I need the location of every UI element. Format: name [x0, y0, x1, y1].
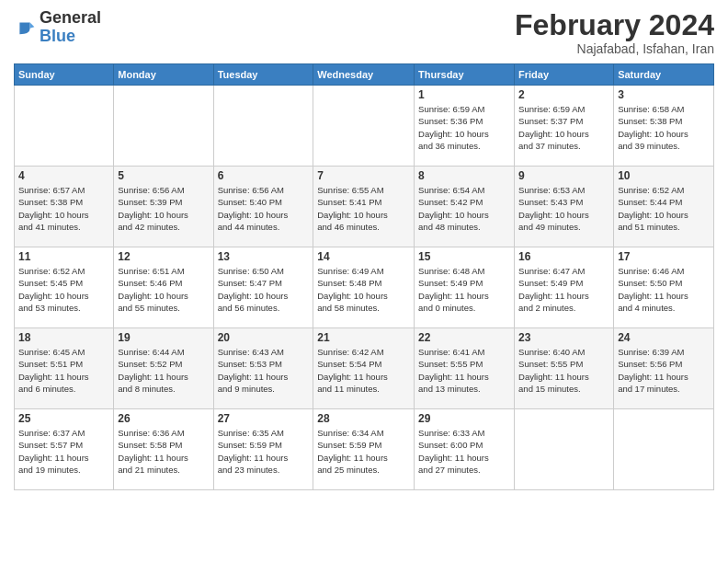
calendar-cell: 8Sunrise: 6:54 AM Sunset: 5:42 PM Daylig… — [415, 167, 515, 247]
day-info: Sunrise: 6:54 AM Sunset: 5:42 PM Dayligh… — [418, 184, 510, 233]
calendar-week-row: 25Sunrise: 6:37 AM Sunset: 5:57 PM Dayli… — [15, 409, 714, 490]
day-info: Sunrise: 6:48 AM Sunset: 5:49 PM Dayligh… — [418, 265, 510, 314]
day-info: Sunrise: 6:53 AM Sunset: 5:43 PM Dayligh… — [518, 184, 609, 233]
calendar-header-row: SundayMondayTuesdayWednesdayThursdayFrid… — [15, 64, 714, 86]
day-number: 16 — [518, 250, 609, 263]
day-info: Sunrise: 6:59 AM Sunset: 5:36 PM Dayligh… — [418, 103, 510, 152]
day-info: Sunrise: 6:41 AM Sunset: 5:55 PM Dayligh… — [418, 346, 510, 395]
day-number: 28 — [317, 412, 410, 425]
day-number: 27 — [218, 412, 310, 425]
day-info: Sunrise: 6:51 AM Sunset: 5:46 PM Dayligh… — [118, 265, 209, 314]
calendar-cell: 15Sunrise: 6:48 AM Sunset: 5:49 PM Dayli… — [415, 247, 515, 328]
calendar-cell — [15, 86, 114, 167]
calendar-cell: 14Sunrise: 6:49 AM Sunset: 5:48 PM Dayli… — [313, 247, 415, 328]
calendar-cell: 18Sunrise: 6:45 AM Sunset: 5:51 PM Dayli… — [15, 328, 114, 409]
calendar-cell: 3Sunrise: 6:58 AM Sunset: 5:38 PM Daylig… — [614, 86, 714, 167]
day-number: 4 — [18, 169, 109, 182]
calendar-cell: 22Sunrise: 6:41 AM Sunset: 5:55 PM Dayli… — [415, 328, 515, 409]
calendar-cell: 4Sunrise: 6:57 AM Sunset: 5:38 PM Daylig… — [15, 167, 114, 247]
day-number: 23 — [518, 331, 609, 344]
calendar-cell: 2Sunrise: 6:59 AM Sunset: 5:37 PM Daylig… — [515, 86, 614, 167]
day-number: 24 — [618, 331, 710, 344]
logo-text: General Blue — [40, 9, 101, 46]
day-info: Sunrise: 6:49 AM Sunset: 5:48 PM Dayligh… — [317, 265, 410, 314]
logo-blue: Blue — [40, 27, 75, 45]
day-info: Sunrise: 6:46 AM Sunset: 5:50 PM Dayligh… — [618, 265, 710, 314]
day-number: 3 — [618, 88, 710, 101]
day-number: 15 — [418, 250, 510, 263]
calendar-week-row: 1Sunrise: 6:59 AM Sunset: 5:36 PM Daylig… — [15, 86, 714, 167]
calendar-cell: 20Sunrise: 6:43 AM Sunset: 5:53 PM Dayli… — [213, 328, 313, 409]
day-info: Sunrise: 6:47 AM Sunset: 5:49 PM Dayligh… — [518, 265, 609, 314]
day-number: 29 — [418, 412, 510, 425]
day-info: Sunrise: 6:33 AM Sunset: 6:00 PM Dayligh… — [418, 427, 510, 476]
weekday-header: Friday — [515, 64, 614, 86]
calendar-cell: 16Sunrise: 6:47 AM Sunset: 5:49 PM Dayli… — [515, 247, 614, 328]
day-info: Sunrise: 6:50 AM Sunset: 5:47 PM Dayligh… — [218, 265, 310, 314]
logo-general: General — [40, 8, 101, 27]
calendar-cell: 6Sunrise: 6:56 AM Sunset: 5:40 PM Daylig… — [213, 167, 313, 247]
calendar-cell: 17Sunrise: 6:46 AM Sunset: 5:50 PM Dayli… — [614, 247, 714, 328]
calendar-cell: 25Sunrise: 6:37 AM Sunset: 5:57 PM Dayli… — [15, 409, 114, 490]
day-number: 7 — [317, 169, 410, 182]
calendar-cell: 9Sunrise: 6:53 AM Sunset: 5:43 PM Daylig… — [515, 167, 614, 247]
location: Najafabad, Isfahan, Iran — [515, 41, 714, 56]
day-info: Sunrise: 6:36 AM Sunset: 5:58 PM Dayligh… — [118, 427, 209, 476]
day-number: 13 — [218, 250, 310, 263]
weekday-header: Monday — [114, 64, 213, 86]
day-number: 25 — [18, 412, 109, 425]
weekday-header: Sunday — [15, 64, 114, 86]
weekday-header: Wednesday — [313, 64, 415, 86]
day-info: Sunrise: 6:52 AM Sunset: 5:45 PM Dayligh… — [18, 265, 109, 314]
calendar-cell — [515, 409, 614, 490]
calendar-cell — [114, 86, 213, 167]
calendar-week-row: 4Sunrise: 6:57 AM Sunset: 5:38 PM Daylig… — [15, 167, 714, 247]
calendar-cell: 11Sunrise: 6:52 AM Sunset: 5:45 PM Dayli… — [15, 247, 114, 328]
day-info: Sunrise: 6:59 AM Sunset: 5:37 PM Dayligh… — [518, 103, 609, 152]
day-info: Sunrise: 6:39 AM Sunset: 5:56 PM Dayligh… — [618, 346, 710, 395]
day-number: 2 — [518, 88, 609, 101]
day-info: Sunrise: 6:45 AM Sunset: 5:51 PM Dayligh… — [18, 346, 109, 395]
weekday-header: Tuesday — [213, 64, 313, 86]
day-info: Sunrise: 6:57 AM Sunset: 5:38 PM Dayligh… — [18, 184, 109, 233]
day-number: 18 — [18, 331, 109, 344]
calendar-cell: 24Sunrise: 6:39 AM Sunset: 5:56 PM Dayli… — [614, 328, 714, 409]
day-number: 17 — [618, 250, 710, 263]
day-info: Sunrise: 6:35 AM Sunset: 5:59 PM Dayligh… — [218, 427, 310, 476]
calendar-cell: 26Sunrise: 6:36 AM Sunset: 5:58 PM Dayli… — [114, 409, 213, 490]
day-number: 5 — [118, 169, 209, 182]
day-info: Sunrise: 6:52 AM Sunset: 5:44 PM Dayligh… — [618, 184, 710, 233]
day-info: Sunrise: 6:37 AM Sunset: 5:57 PM Dayligh… — [18, 427, 109, 476]
day-number: 11 — [18, 250, 109, 263]
calendar-cell — [313, 86, 415, 167]
month-title: February 2024 — [515, 9, 714, 41]
calendar-cell: 28Sunrise: 6:34 AM Sunset: 5:59 PM Dayli… — [313, 409, 415, 490]
calendar-cell — [213, 86, 313, 167]
calendar-cell — [614, 409, 714, 490]
calendar-week-row: 11Sunrise: 6:52 AM Sunset: 5:45 PM Dayli… — [15, 247, 714, 328]
header: General Blue February 2024 Najafabad, Is… — [14, 9, 714, 56]
day-info: Sunrise: 6:43 AM Sunset: 5:53 PM Dayligh… — [218, 346, 310, 395]
logo: General Blue — [14, 9, 101, 46]
calendar-cell: 5Sunrise: 6:56 AM Sunset: 5:39 PM Daylig… — [114, 167, 213, 247]
calendar-cell: 13Sunrise: 6:50 AM Sunset: 5:47 PM Dayli… — [213, 247, 313, 328]
day-number: 1 — [418, 88, 510, 101]
day-number: 8 — [418, 169, 510, 182]
day-number: 26 — [118, 412, 209, 425]
calendar: SundayMondayTuesdayWednesdayThursdayFrid… — [14, 63, 714, 490]
title-section: February 2024 Najafabad, Isfahan, Iran — [515, 9, 714, 56]
calendar-cell: 23Sunrise: 6:40 AM Sunset: 5:55 PM Dayli… — [515, 328, 614, 409]
calendar-week-row: 18Sunrise: 6:45 AM Sunset: 5:51 PM Dayli… — [15, 328, 714, 409]
day-info: Sunrise: 6:34 AM Sunset: 5:59 PM Dayligh… — [317, 427, 410, 476]
weekday-header: Thursday — [415, 64, 515, 86]
calendar-cell: 7Sunrise: 6:55 AM Sunset: 5:41 PM Daylig… — [313, 167, 415, 247]
day-info: Sunrise: 6:40 AM Sunset: 5:55 PM Dayligh… — [518, 346, 609, 395]
calendar-cell: 27Sunrise: 6:35 AM Sunset: 5:59 PM Dayli… — [213, 409, 313, 490]
day-info: Sunrise: 6:56 AM Sunset: 5:40 PM Dayligh… — [218, 184, 310, 233]
day-info: Sunrise: 6:42 AM Sunset: 5:54 PM Dayligh… — [317, 346, 410, 395]
day-number: 10 — [618, 169, 710, 182]
day-info: Sunrise: 6:55 AM Sunset: 5:41 PM Dayligh… — [317, 184, 410, 233]
calendar-cell: 1Sunrise: 6:59 AM Sunset: 5:36 PM Daylig… — [415, 86, 515, 167]
calendar-cell: 19Sunrise: 6:44 AM Sunset: 5:52 PM Dayli… — [114, 328, 213, 409]
day-number: 22 — [418, 331, 510, 344]
